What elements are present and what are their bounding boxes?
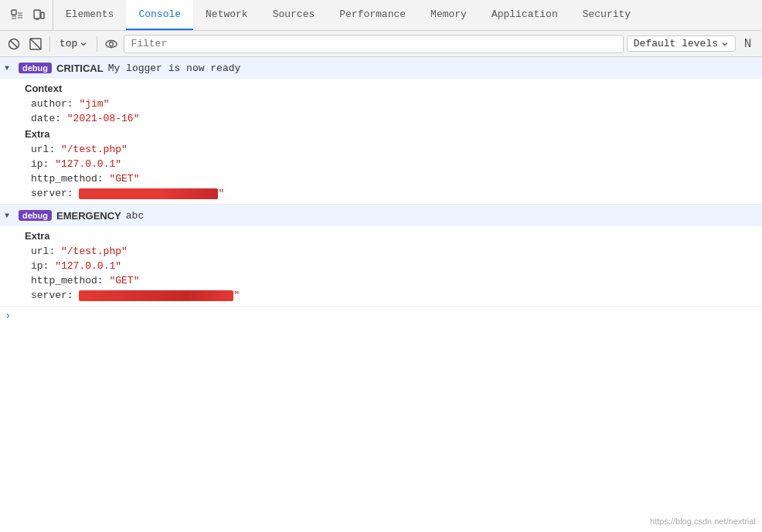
cursor-icon: › [5,310,11,322]
svg-line-7 [30,39,41,49]
log-body-2: Extra url: "/test.php" ip: "127.0.0.1" h… [0,226,762,306]
section-title-context: Context [19,80,762,97]
section-title-extra-1: Extra [19,126,762,142]
log-field-method-1: http_method: "GET" [19,171,762,186]
svg-point-9 [110,42,114,46]
levels-dropdown[interactable]: Default levels [627,36,736,52]
devtools-icon-group [3,0,53,30]
log-message-2: abc [126,210,144,222]
redacted-value-2 [79,290,233,301]
tab-elements[interactable]: Elements [53,0,126,30]
svg-rect-0 [12,10,16,15]
devtools-tabs: Elements Console Network Sources Perform… [53,0,759,30]
chevron-down-icon [80,40,87,48]
log-entry-1: ▼ debug CRITICAL My logger is now ready … [0,57,762,205]
expand-arrow-1[interactable]: ▼ [5,64,14,73]
log-field-server-2: server: " [19,288,762,303]
inspect-element-icon[interactable] [8,6,26,25]
debug-badge-1: debug [19,63,52,73]
tab-console[interactable]: Console [126,0,193,30]
section-title-extra-2: Extra [19,228,762,244]
filter-input[interactable] [124,35,623,53]
log-entry-2: ▼ debug EMERGENCY abc Extra url: "/test.… [0,205,762,307]
toolbar-separator-2 [97,36,97,52]
console-content: ▼ debug CRITICAL My logger is now ready … [0,57,762,532]
svg-line-5 [10,40,18,48]
expand-arrow-2[interactable]: ▼ [5,212,14,220]
log-body-1: Context author: "jim" date: "2021-08-16"… [0,79,762,204]
tab-sources[interactable]: Sources [260,0,328,30]
log-field-method-2: http_method: "GET" [19,273,762,288]
console-toolbar: top Default levels N [0,31,762,57]
tab-performance[interactable]: Performance [327,0,418,30]
redacted-value-1 [79,188,218,199]
tab-application[interactable]: Application [479,0,570,30]
log-message-1: My logger is now ready [108,63,241,74]
tab-network[interactable]: Network [193,0,260,30]
log-field-url-1: url: "/test.php" [19,142,762,157]
log-level-2: EMERGENCY [56,210,121,222]
log-field-url-2: url: "/test.php" [19,244,762,259]
context-selector[interactable]: top [55,36,92,51]
clear-console-icon[interactable] [5,35,23,53]
log-field-server-1: server: " [19,186,762,201]
toolbar-separator-1 [49,36,50,52]
cursor-line[interactable]: › [0,307,762,325]
more-options-icon[interactable]: N [739,35,757,53]
eye-icon[interactable] [102,35,121,53]
svg-rect-1 [34,10,40,19]
levels-chevron-icon [721,40,729,48]
log-field-date: date: "2021-08-16" [19,111,762,126]
filter-icon[interactable] [26,35,45,53]
log-field-ip-2: ip: "127.0.0.1" [19,259,762,273]
log-field-author: author: "jim" [19,97,762,111]
tab-memory[interactable]: Memory [418,0,479,30]
log-field-ip-1: ip: "127.0.0.1" [19,157,762,171]
svg-rect-2 [41,12,44,19]
log-header-1[interactable]: ▼ debug CRITICAL My logger is now ready [0,57,762,79]
devtools-topbar: Elements Console Network Sources Perform… [0,0,762,31]
log-level-1: CRITICAL [56,63,104,74]
tab-security[interactable]: Security [570,0,643,30]
log-header-2[interactable]: ▼ debug EMERGENCY abc [0,205,762,226]
debug-badge-2: debug [19,210,52,221]
watermark: https://blog.csdn.net/nextrial [650,517,756,526]
device-toolbar-icon[interactable] [29,6,48,25]
